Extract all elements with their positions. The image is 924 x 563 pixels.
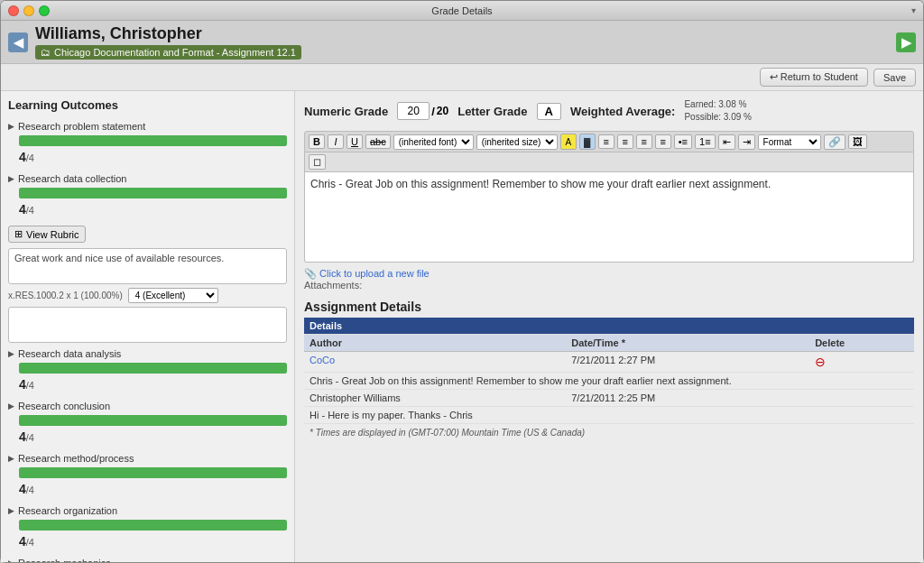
- progress-bar-method-container: [19, 467, 287, 478]
- toolbar-row: ↩ Return to Student Save: [1, 64, 923, 91]
- size-select[interactable]: (inherited size): [476, 134, 558, 150]
- scroll-indicator: ▾: [911, 5, 916, 15]
- letter-grade-value: A: [537, 103, 561, 120]
- outcome-item-collection: ▶ Research data collection 4 / 4 ⊞ View …: [8, 171, 287, 343]
- datetime-chris: 7/21/2011 2:25 PM: [566, 390, 809, 407]
- outcome-item-problem: ▶ Research problem statement 4 / 4: [8, 119, 287, 168]
- image-button[interactable]: 🖼: [848, 134, 867, 149]
- delete-chris: [809, 390, 914, 407]
- score-select[interactable]: 4 (Excellent) 3 (Proficient) 2 (Basic) 1…: [128, 288, 218, 303]
- outcome-label-conclusion: Research conclusion: [18, 401, 110, 411]
- feedback-box[interactable]: Great work and nice use of available res…: [8, 248, 287, 284]
- outcome-item-mechanics: ▶ Research mechanics 4 / 4: [8, 556, 287, 562]
- minimize-button[interactable]: [23, 5, 34, 16]
- assignment-label: Chicago Documentation and Format - Assig…: [54, 47, 296, 58]
- grade-divider: /: [431, 105, 435, 118]
- font-select[interactable]: (inherited font): [393, 134, 474, 150]
- table-row: CoCo 7/21/2011 2:27 PM ⊖: [304, 352, 914, 373]
- details-table: Details Author Date/Time * Delete CoCo 7…: [304, 318, 914, 424]
- outcome-header-conclusion[interactable]: ▶ Research conclusion: [8, 399, 287, 413]
- grade-input-wrap: / 20: [397, 102, 448, 120]
- grade-max: 20: [437, 105, 448, 117]
- datetime-coco: 7/21/2011 2:27 PM: [566, 352, 809, 373]
- align-justify-button[interactable]: ≡: [655, 134, 671, 149]
- bold-button[interactable]: B: [309, 134, 325, 149]
- upload-link[interactable]: Click to upload a new file: [319, 268, 430, 279]
- nav-left-button[interactable]: ◀: [8, 32, 28, 52]
- title-bar: Grade Details ▾: [1, 1, 923, 21]
- outcome-header-mechanics[interactable]: ▶ Research mechanics: [8, 556, 287, 562]
- progress-bar-analysis-container: [19, 363, 287, 374]
- outcome-item-analysis: ▶ Research data analysis 4 / 4: [8, 346, 287, 395]
- select-label: x.RES.1000.2 x 1 (100.00%): [8, 291, 123, 300]
- return-to-student-button[interactable]: ↩ Return to Student: [760, 68, 868, 87]
- outcome-header-method[interactable]: ▶ Research method/process: [8, 451, 287, 466]
- outdent-button[interactable]: ⇤: [718, 134, 735, 150]
- author-coco: CoCo: [304, 352, 566, 373]
- outcome-label-mechanics: Research mechanics: [18, 558, 111, 562]
- possible-value: Possible: 3.09 %: [684, 111, 752, 124]
- delete-coco[interactable]: ⊖: [809, 352, 914, 373]
- window-title: Grade Details: [431, 5, 492, 16]
- source-button[interactable]: ◻: [309, 154, 326, 170]
- outcome-arrow-problem: ▶: [8, 122, 14, 131]
- table-row-comment-coco: Chris - Great Job on this assignment! Re…: [304, 373, 914, 390]
- extra-notes-box[interactable]: [8, 307, 287, 343]
- window-controls: [8, 5, 50, 16]
- numeric-grade-input[interactable]: [397, 102, 430, 120]
- weighted-values: Earned: 3.08 % Possible: 3.09 %: [684, 98, 752, 124]
- student-info: Williams, Christopher 🗂 Chicago Document…: [35, 24, 889, 60]
- outcome-header-problem[interactable]: ▶ Research problem statement: [8, 119, 287, 134]
- outcome-item-organization: ▶ Research organization 4 / 4: [8, 503, 287, 552]
- editor-container: B I U abc (inherited font) (inherited si…: [304, 131, 914, 263]
- underline-button[interactable]: U: [346, 134, 363, 149]
- progress-bar-conclusion: [19, 415, 287, 426]
- editor-area[interactable]: Chris - Great Job on this assignment! Re…: [304, 172, 914, 263]
- format-select[interactable]: Format: [758, 134, 821, 150]
- outcome-header-organization[interactable]: ▶ Research organization: [8, 503, 287, 518]
- assignment-tag: 🗂 Chicago Documentation and Format - Ass…: [35, 45, 301, 60]
- numbered-list-button[interactable]: 1≡: [695, 134, 716, 149]
- align-left-button[interactable]: ≡: [598, 134, 614, 149]
- indent-button[interactable]: ⇥: [738, 134, 755, 150]
- outcome-item-conclusion: ▶ Research conclusion 4 / 4: [8, 399, 287, 448]
- progress-bar-problem-container: [19, 135, 287, 146]
- col-datetime-header: Date/Time *: [566, 335, 809, 352]
- view-rubric-button[interactable]: ⊞ View Rubric: [8, 226, 86, 243]
- progress-bar-organization-container: [19, 520, 287, 531]
- outcome-arrow-conclusion: ▶: [8, 401, 14, 411]
- strikethrough-button[interactable]: abc: [365, 134, 391, 149]
- earned-value: Earned: 3.08 %: [684, 98, 752, 111]
- main-content: Learning Outcomes ▶ Research problem sta…: [1, 91, 923, 562]
- text-color-button[interactable]: A: [560, 134, 577, 150]
- progress-bar-method: [19, 467, 287, 478]
- student-name: Williams, Christopher: [35, 24, 889, 43]
- assignment-icon: 🗂: [41, 47, 51, 58]
- save-button[interactable]: Save: [873, 69, 916, 87]
- link-button[interactable]: 🔗: [824, 134, 845, 150]
- highlight-color-button[interactable]: ▓: [579, 134, 596, 150]
- rubric-icon: ⊞: [14, 228, 23, 240]
- header-row: ◀ Williams, Christopher 🗂 Chicago Docume…: [1, 21, 923, 64]
- score-problem: 4 / 4: [19, 150, 34, 164]
- align-center-button[interactable]: ≡: [617, 134, 633, 149]
- col-delete-header: Delete: [809, 335, 914, 352]
- close-button[interactable]: [8, 5, 19, 16]
- score-collection: 4 / 4: [19, 202, 34, 217]
- score-analysis: 4 / 4: [19, 377, 34, 392]
- outcome-arrow-organization: ▶: [8, 506, 14, 515]
- progress-bar-organization: [19, 520, 287, 531]
- nav-right-button[interactable]: ▶: [896, 32, 916, 52]
- maximize-button[interactable]: [39, 5, 50, 16]
- left-panel: Learning Outcomes ▶ Research problem sta…: [1, 91, 295, 562]
- outcome-label-organization: Research organization: [18, 505, 117, 516]
- letter-grade-label: Letter Grade: [457, 105, 527, 118]
- assignment-details-title: Assignment Details: [304, 300, 914, 314]
- align-right-button[interactable]: ≡: [636, 134, 652, 149]
- table-row-comment-chris: Hi - Here is my paper. Thanks - Chris: [304, 407, 914, 424]
- bullet-list-button[interactable]: •≡: [674, 134, 692, 149]
- rubric-section: ⊞ View Rubric: [8, 226, 287, 243]
- outcome-header-analysis[interactable]: ▶ Research data analysis: [8, 346, 287, 361]
- italic-button[interactable]: I: [328, 134, 344, 149]
- outcome-header-collection[interactable]: ▶ Research data collection: [8, 171, 287, 186]
